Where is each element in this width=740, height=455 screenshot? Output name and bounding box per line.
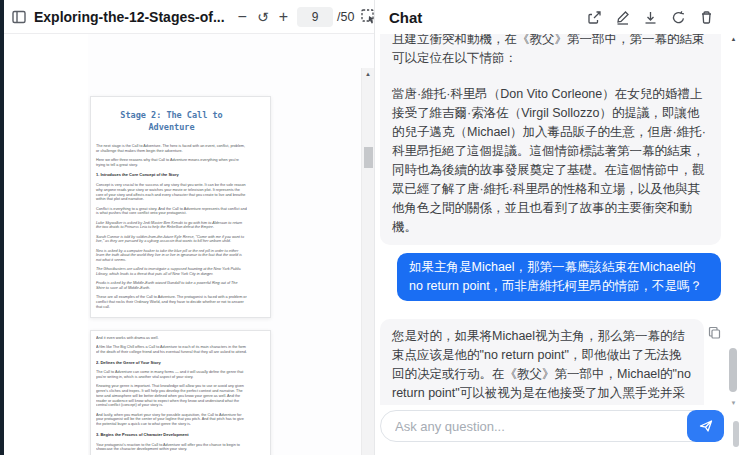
page-paragraph: The Call to Adventure can come in many f… xyxy=(96,370,247,380)
page-paragraph: These are all examples of the Call to Ad… xyxy=(96,295,247,309)
page-paragraph: The Ghostbusters are called to investiga… xyxy=(96,267,247,277)
page-paragraph: Luke Skywalker is asked by Jedi Master B… xyxy=(96,220,247,230)
pdf-pages-area: Stage 2: The Call to Adventure The next … xyxy=(88,34,374,455)
assistant-message: 且建立衝突和動機，在《教父》第一部中，第一幕的結束可以定位在以下情節： 當唐·維… xyxy=(380,34,721,245)
chat-header: Chat xyxy=(375,0,740,34)
chat-panel: Chat xyxy=(375,0,740,455)
chat-question-input[interactable] xyxy=(380,410,724,442)
assistant-message: 您是对的，如果将Michael视为主角，那么第一幕的结束点应该是他的"no re… xyxy=(380,319,721,405)
pdf-scrollbar-thumb[interactable] xyxy=(364,147,373,168)
delete-icon[interactable] xyxy=(699,10,714,25)
page-paragraph: Here we offer three reasons why that Cal… xyxy=(96,157,247,167)
page-paragraph: Knowing your genre is important. That kn… xyxy=(96,384,247,408)
page-paragraph: The next stage is the Call to Adventure.… xyxy=(96,143,247,153)
page-paragraph: Your protagonist's reaction to the Call … xyxy=(96,442,247,452)
pdf-content-area: Stage 2: The Call to Adventure The next … xyxy=(4,34,374,455)
chat-title: Chat xyxy=(389,9,422,26)
page-paragraph: Neo is asked by a computer hacker to tak… xyxy=(96,248,247,262)
chat-scrollbar-thumb[interactable] xyxy=(729,348,737,392)
pdf-scrollbar[interactable]: ▲ xyxy=(361,68,374,455)
pdf-toolbar: Exploring-the-12-Stages-of... − ↺ + /50 xyxy=(4,0,374,34)
page-footer-number: 9 xyxy=(96,317,247,318)
window-scrollbar-thumb[interactable] xyxy=(733,421,739,447)
page-heading: Stage 2: The Call to Adventure xyxy=(96,109,247,133)
paper-plane-icon xyxy=(698,418,714,434)
pdf-page-10: And it even works with drama as well. A … xyxy=(90,330,271,455)
user-bubble: 如果主角是Michael，那第一幕應該結束在Michael的no return … xyxy=(397,253,721,301)
user-message: 如果主角是Michael，那第一幕應該結束在Michael的no return … xyxy=(380,253,721,301)
refresh-icon[interactable] xyxy=(671,10,686,25)
copy-icon[interactable] xyxy=(708,325,721,343)
sidebar-toggle-icon[interactable] xyxy=(11,9,27,25)
page-section-heading: 1. Introduces the Core Concept of the St… xyxy=(96,173,247,178)
app-window: Exploring-the-12-Stages-of... − ↺ + /50 xyxy=(0,0,740,455)
scroll-down-icon[interactable]: ▼ xyxy=(728,400,739,406)
message-paragraph: 如果主角是Michael，那第一幕應該結束在Michael的no return … xyxy=(409,258,709,296)
document-title: Exploring-the-12-Stages-of... xyxy=(34,9,225,25)
page-paragraph: And it even works with drama as well. xyxy=(96,335,247,340)
download-icon[interactable] xyxy=(643,10,658,25)
chat-input-bar xyxy=(375,405,740,455)
chat-message-list: 且建立衝突和動機，在《教父》第一部中，第一幕的結束可以定位在以下情節： 當唐·維… xyxy=(375,34,740,405)
message-paragraph: 當唐·維托·科里昂（Don Vito Corleone）在女兒的婚禮上接受了維吉… xyxy=(392,85,709,237)
page-total-label: /50 xyxy=(337,10,354,24)
assistant-bubble: 且建立衝突和動機，在《教父》第一部中，第一幕的結束可以定位在以下情節： 當唐·維… xyxy=(380,34,721,245)
message-paragraph: 您是对的，如果将Michael视为主角，那么第一幕的结束点应该是他的"no re… xyxy=(392,327,692,405)
zoom-out-button[interactable]: − xyxy=(233,9,252,25)
page-paragraph: Concept is very crucial to the success o… xyxy=(96,182,247,201)
page-paragraph: Conflict is everything to a great story.… xyxy=(96,206,247,216)
page-paragraph: Sarah Connor is told by soldier-from-the… xyxy=(96,234,247,244)
page-section-heading: 2. Defines the Genre of Your Story xyxy=(96,360,247,365)
thumbnail-sidebar xyxy=(4,34,88,455)
message-paragraph: 且建立衝突和動機，在《教父》第一部中，第一幕的結束可以定位在以下情節： xyxy=(392,34,709,68)
chat-scrollbar[interactable]: ▲ ▼ xyxy=(728,36,739,406)
assistant-bubble: 您是对的，如果将Michael视为主角，那么第一幕的结束点应该是他的"no re… xyxy=(380,319,704,405)
page-paragraph: A film like The Big Chill offers a Call … xyxy=(96,344,247,354)
share-icon[interactable] xyxy=(587,10,602,25)
page-section-heading: 3. Begins the Process of Character Devel… xyxy=(96,432,247,437)
pdf-page-9: Stage 2: The Call to Adventure The next … xyxy=(90,96,271,318)
page-paragraph: Frodo is asked by the Middle-Earth wizar… xyxy=(96,281,247,291)
send-button[interactable] xyxy=(687,410,724,442)
edit-icon[interactable] xyxy=(615,10,630,25)
page-paragraph: And lastly, when you market your story f… xyxy=(96,412,247,426)
page-number-input[interactable] xyxy=(297,7,333,27)
scroll-up-icon[interactable]: ▲ xyxy=(362,71,374,77)
pdf-viewer-panel: Exploring-the-12-Stages-of... − ↺ + /50 xyxy=(4,0,375,455)
zoom-in-button[interactable]: + xyxy=(274,9,293,25)
rotate-button[interactable]: ↺ xyxy=(252,10,274,24)
scroll-up-icon[interactable]: ▲ xyxy=(728,36,739,42)
